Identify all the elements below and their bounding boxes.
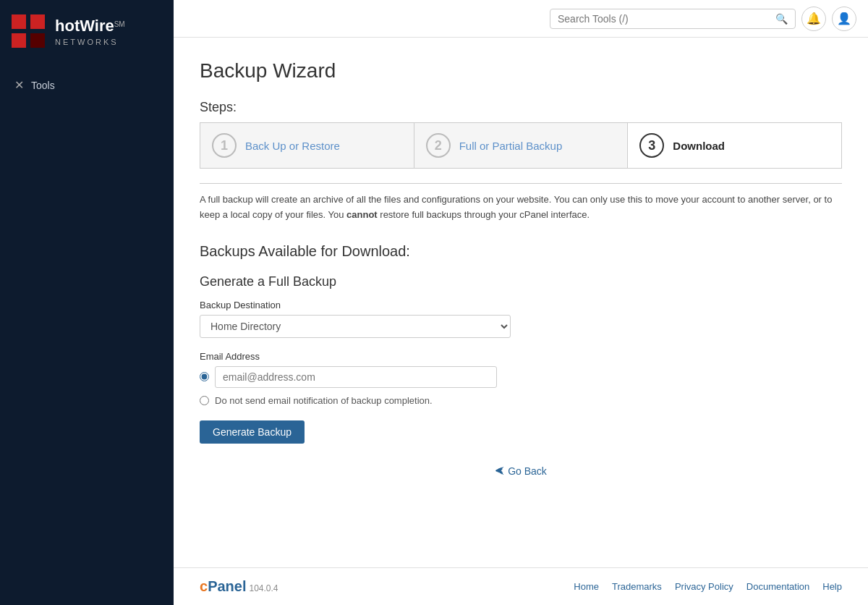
sidebar: hotWireSM NETWORKS ✕ Tools [0,0,174,605]
step-3-number: 3 [639,133,664,158]
destination-label: Backup Destination [200,300,842,310]
brand-logo: hotWireSM NETWORKS [0,0,174,64]
step-1-label: Back Up or Restore [245,140,340,152]
go-back-row: ⮜ Go Back [200,465,842,477]
tools-icon: ✕ [14,78,24,92]
generate-heading: Generate a Full Backup [200,274,842,289]
brand-name-text: hotWireSM NETWORKS [55,17,125,47]
generate-backup-button[interactable]: Generate Backup [200,420,305,444]
step-1-number: 1 [212,133,237,158]
step-2[interactable]: 2 Full or Partial Backup [414,123,629,168]
topbar: 🔍 🔔 👤 [174,0,868,38]
cpanel-logo: cPanel [200,578,246,595]
sidebar-item-tools-label: Tools [31,80,55,91]
step-3[interactable]: 3 Download [628,123,841,168]
no-email-label: Do not send email notification of backup… [215,395,433,406]
footer-link-privacy[interactable]: Privacy Policy [675,581,733,592]
sidebar-item-tools[interactable]: ✕ Tools [0,71,174,99]
search-input[interactable] [558,13,775,25]
footer-link-trademarks[interactable]: Trademarks [612,581,662,592]
email-radio[interactable] [200,372,209,381]
go-back-label: Go Back [508,465,547,477]
search-box[interactable]: 🔍 [550,9,796,29]
footer-link-docs[interactable]: Documentation [746,581,809,592]
notifications-button[interactable]: 🔔 [801,7,826,31]
main-content: 🔍 🔔 👤 Backup Wizard Steps: 1 Back Up or … [174,0,868,605]
page-title: Backup Wizard [200,59,842,82]
step-3-label: Download [673,140,725,152]
email-label: Email Address [200,351,842,362]
footer: cPanel 104.0.4 Home Trademarks Privacy P… [174,567,868,605]
footer-link-help[interactable]: Help [822,581,842,592]
cpanel-panel: Panel [208,578,246,594]
cpanel-branding: cPanel 104.0.4 [200,578,278,595]
go-back-link[interactable]: ⮜ Go Back [495,465,547,477]
go-back-icon: ⮜ [495,465,505,477]
step-2-label: Full or Partial Backup [459,140,563,152]
no-email-row: Do not send email notification of backup… [200,395,842,406]
search-icon: 🔍 [775,13,788,25]
email-group: Email Address Do not send email notifica… [200,351,842,406]
page-content: Backup Wizard Steps: 1 Back Up or Restor… [174,38,868,567]
steps-label: Steps: [200,100,842,115]
user-button[interactable]: 👤 [832,7,856,31]
info-text-cannot: cannot [346,209,378,220]
email-input[interactable] [215,366,497,388]
sidebar-navigation: ✕ Tools [0,64,174,106]
info-text-part2: restore full backups through your cPanel… [378,209,590,220]
no-email-radio[interactable] [200,396,209,405]
steps-bar: 1 Back Up or Restore 2 Full or Partial B… [200,122,842,169]
brand-networks: NETWORKS [55,38,125,47]
bell-icon: 🔔 [807,12,821,25]
cpanel-c: c [200,578,208,594]
brand-sm: SM [114,21,125,29]
footer-link-home[interactable]: Home [574,581,599,592]
info-text: A full backup will create an archive of … [200,183,842,223]
footer-links: Home Trademarks Privacy Policy Documenta… [574,581,842,592]
brand-wire: Wire [80,17,114,35]
user-icon: 👤 [837,12,851,25]
step-1[interactable]: 1 Back Up or Restore [200,123,414,168]
email-input-row [200,366,842,388]
destination-select[interactable]: Home Directory [200,315,511,338]
step-2-number: 2 [426,133,451,158]
logo-icon [12,14,46,49]
brand-hot: hot [55,17,80,35]
backups-heading: Backups Available for Download: [200,243,842,260]
destination-group: Backup Destination Home Directory [200,300,842,338]
cpanel-version: 104.0.4 [249,583,278,593]
